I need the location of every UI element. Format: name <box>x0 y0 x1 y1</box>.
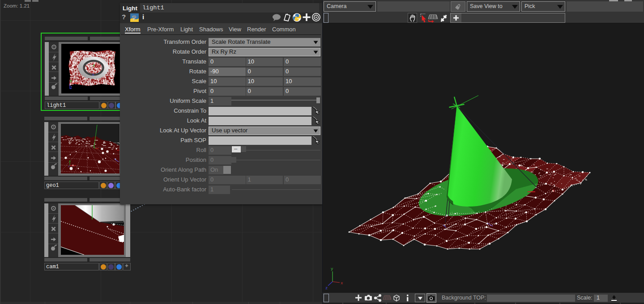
svg-text:z: z <box>70 85 73 90</box>
svg-text:z: z <box>92 72 94 76</box>
svg-text:x: x <box>552 189 554 193</box>
svg-text:y: y <box>331 267 333 271</box>
svg-text:x: x <box>79 80 81 85</box>
svg-text:?: ? <box>132 14 136 21</box>
svg-text:x: x <box>341 281 343 286</box>
svg-text:z: z <box>325 286 328 291</box>
